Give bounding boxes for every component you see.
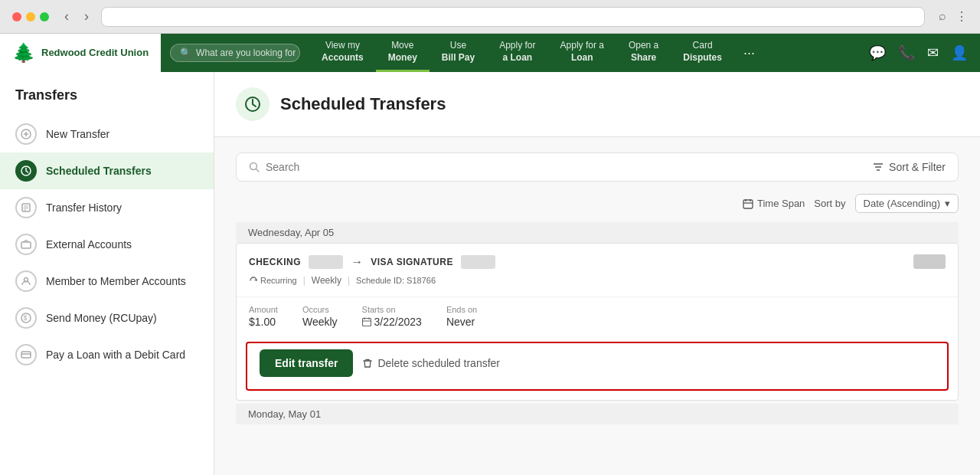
recurring-icon bbox=[249, 276, 258, 285]
phone-icon[interactable]: 📞 bbox=[898, 44, 915, 61]
nav-item-card-disputes[interactable]: Card Disputes bbox=[671, 34, 734, 72]
sort-dropdown[interactable]: Date (Ascending) ▾ bbox=[855, 194, 959, 213]
sidebar-item-pay-loan-debit[interactable]: Pay a Loan with a Debit Card bbox=[0, 336, 214, 373]
from-account-mask: •••••• bbox=[309, 255, 343, 269]
nav-label-top-disputes: Card bbox=[693, 40, 713, 52]
amount-label: Amount bbox=[249, 305, 278, 314]
to-account-mask: •••••• bbox=[461, 255, 495, 269]
search-filter-bar: Sort & Filter bbox=[236, 152, 959, 182]
sidebar-item-member-to-member[interactable]: Member to Member Accounts bbox=[0, 263, 214, 300]
starts-value: 3/22/2023 bbox=[362, 316, 422, 328]
address-bar[interactable] bbox=[101, 7, 925, 27]
svg-rect-24 bbox=[362, 319, 371, 326]
svg-line-16 bbox=[256, 169, 260, 172]
search-area: 🔍 bbox=[161, 34, 309, 72]
browser-navigation: ‹ › bbox=[60, 7, 93, 26]
page-content: Sort & Filter Time Span Sort by bbox=[214, 137, 980, 440]
time-span-button[interactable]: Time Span bbox=[743, 198, 805, 209]
transfer-group-apr05: Wednesday, Apr 05 CHECKING •••••• → VISA… bbox=[236, 222, 959, 401]
search-bar-icon bbox=[249, 162, 260, 172]
nav-label-bottom-share: Share bbox=[631, 52, 656, 64]
page-header-icon bbox=[236, 87, 270, 121]
transfer-blurred-amount: —— bbox=[913, 254, 946, 269]
nav-item-apply-loan[interactable]: Apply for a Loan bbox=[487, 34, 547, 72]
nav-item-bill-pay[interactable]: Use Bill Pay bbox=[430, 34, 487, 72]
logo-area: 🌲 Redwood Credit Union bbox=[0, 34, 161, 72]
nav-label-bottom-loan: a Loan bbox=[503, 52, 533, 64]
browser-search-icon[interactable]: ⌕ bbox=[939, 9, 946, 24]
back-button[interactable]: ‹ bbox=[60, 7, 74, 26]
svg-text:$: $ bbox=[24, 314, 28, 322]
date-header-apr05: Wednesday, Apr 05 bbox=[236, 222, 959, 243]
sidebar: Transfers New Transfer Scheduled Transfe… bbox=[0, 72, 214, 475]
nav-item-apply-loan2[interactable]: Apply for a Loan bbox=[548, 34, 616, 72]
transfer-search-input[interactable] bbox=[266, 161, 419, 173]
svg-rect-8 bbox=[21, 242, 31, 248]
meta-separator-1: | bbox=[303, 275, 305, 286]
nav-label-top-accounts: View my bbox=[325, 40, 360, 52]
app-container: 🌲 Redwood Credit Union 🔍 View my Account… bbox=[0, 34, 980, 475]
filter-icon bbox=[872, 161, 884, 173]
date-header-may01: Monday, May 01 bbox=[236, 404, 959, 424]
forward-button[interactable]: › bbox=[80, 7, 93, 26]
nav-label-bottom-loan2: Loan bbox=[571, 52, 593, 64]
member-to-member-icon bbox=[15, 270, 37, 292]
meta-separator-2: | bbox=[348, 275, 350, 286]
transfer-card-0: CHECKING •••••• → VISA SIGNATURE •••••• … bbox=[236, 243, 959, 401]
sidebar-item-scheduled-transfers[interactable]: Scheduled Transfers bbox=[0, 152, 214, 189]
close-window-button[interactable] bbox=[12, 12, 21, 21]
browser-menu-icon[interactable]: ⋮ bbox=[956, 9, 968, 24]
starts-label: Starts on bbox=[362, 305, 422, 314]
detail-amount: Amount $1.00 bbox=[249, 305, 278, 328]
delete-transfer-label: Delete scheduled transfer bbox=[377, 357, 500, 369]
nav-label-bottom-accounts: Accounts bbox=[322, 52, 364, 64]
transfer-action-area: Edit transfer Delete scheduled transfer bbox=[246, 342, 949, 391]
sidebar-label-external-accounts: External Accounts bbox=[46, 238, 132, 251]
sidebar-item-external-accounts[interactable]: External Accounts bbox=[0, 226, 214, 263]
global-search-input[interactable] bbox=[196, 48, 296, 58]
detail-starts-on: Starts on 3/22/2023 bbox=[362, 305, 422, 328]
nav-item-open-share[interactable]: Open a Share bbox=[616, 34, 671, 72]
nav-label-top-loan2: Apply for a bbox=[560, 40, 604, 52]
global-search-icon: 🔍 bbox=[180, 48, 191, 58]
transfer-meta: Recurring | Weekly | Schedule ID: S18766 bbox=[249, 275, 946, 286]
page-title: Scheduled Transfers bbox=[280, 94, 446, 114]
sidebar-label-transfer-history: Transfer History bbox=[46, 201, 122, 214]
nav-more-button[interactable]: ··· bbox=[734, 34, 764, 72]
send-money-icon: $ bbox=[15, 307, 37, 329]
ends-label: Ends on bbox=[446, 305, 477, 314]
time-span-label: Time Span bbox=[757, 198, 805, 209]
nav-item-move-money[interactable]: Move Money bbox=[376, 34, 430, 72]
main-content: Transfers New Transfer Scheduled Transfe… bbox=[0, 72, 980, 475]
sidebar-item-new-transfer[interactable]: New Transfer bbox=[0, 116, 214, 152]
transfer-accounts: CHECKING •••••• → VISA SIGNATURE •••••• … bbox=[249, 254, 946, 269]
nav-label-top-share: Open a bbox=[629, 40, 658, 52]
delete-transfer-button[interactable]: Delete scheduled transfer bbox=[362, 357, 500, 369]
logo-name: Redwood Credit Union bbox=[41, 47, 149, 59]
nav-label-bottom-billpay: Bill Pay bbox=[442, 52, 475, 64]
global-search-box[interactable]: 🔍 bbox=[170, 44, 300, 62]
page-header: Scheduled Transfers bbox=[214, 72, 980, 137]
nav-item-view-accounts[interactable]: View my Accounts bbox=[309, 34, 376, 72]
sidebar-item-transfer-history[interactable]: Transfer History bbox=[0, 189, 214, 226]
edit-transfer-button[interactable]: Edit transfer bbox=[260, 349, 353, 377]
nav-label-bottom-money: Money bbox=[388, 52, 417, 64]
transfer-details: Amount $1.00 Occurs Weekly Starts on bbox=[237, 297, 958, 339]
occurs-label: Occurs bbox=[302, 305, 338, 314]
topbar-right-icons: 💬 📞 ✉ 👤 bbox=[857, 34, 980, 72]
minimize-window-button[interactable] bbox=[26, 12, 35, 21]
maximize-window-button[interactable] bbox=[40, 12, 49, 21]
chat-icon[interactable]: 💬 bbox=[869, 44, 886, 61]
svg-rect-20 bbox=[743, 200, 753, 208]
sort-filter-button[interactable]: Sort & Filter bbox=[872, 161, 946, 173]
sidebar-label-scheduled-transfers: Scheduled Transfers bbox=[46, 165, 152, 177]
sidebar-item-send-money[interactable]: $ Send Money (RCUpay) bbox=[0, 300, 214, 336]
schedule-id: Schedule ID: S18766 bbox=[356, 276, 436, 285]
user-icon[interactable]: 👤 bbox=[951, 44, 968, 61]
scheduled-transfers-icon bbox=[15, 160, 37, 182]
mail-icon[interactable]: ✉ bbox=[927, 44, 939, 61]
from-account-label: CHECKING bbox=[249, 257, 301, 267]
sort-filter-label: Sort & Filter bbox=[889, 161, 946, 173]
browser-window-controls bbox=[12, 12, 49, 21]
occurs-value: Weekly bbox=[302, 316, 338, 328]
